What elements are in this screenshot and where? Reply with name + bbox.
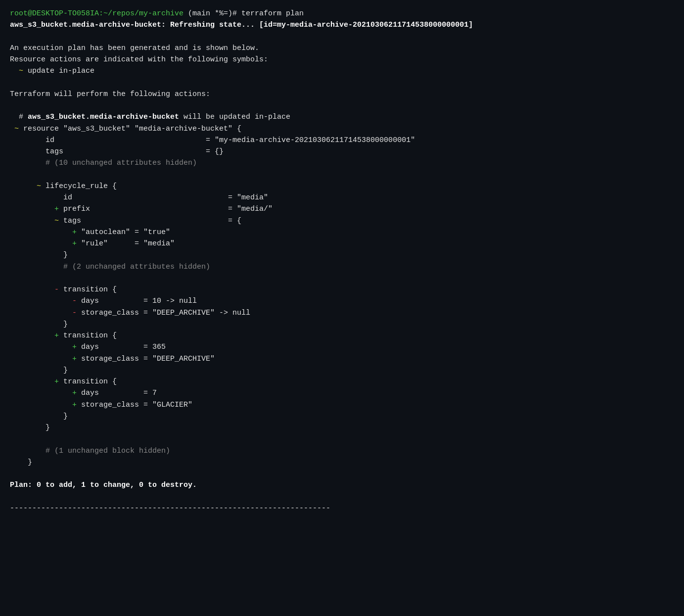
- prompt-user: root@DESKTOP-TO058IA:~/repos/my-archive: [10, 9, 183, 18]
- plus-rule: +: [10, 239, 81, 248]
- rule-line: + "rule" = "media": [10, 238, 674, 249]
- storage-plus-line-2: + storage_class = "GLACIER": [10, 399, 674, 411]
- plus-storage-2: +: [10, 355, 81, 363]
- unchanged-attrs-line: # (10 unchanged attributes hidden): [10, 157, 674, 169]
- plus-days-3: +: [10, 389, 81, 397]
- will-be-updated: will be updated in-place: [179, 113, 290, 121]
- refresh-text: aws_s3_bucket.media-archive-bucket: Refr…: [10, 21, 473, 29]
- resource-open-line: ~ resource "aws_s3_bucket" "media-archiv…: [10, 123, 674, 135]
- id-field: id = "my-media-archive-20210306211714538…: [10, 136, 415, 144]
- plus-days-2: +: [10, 343, 81, 351]
- blank-8: [10, 491, 674, 503]
- resource-close-bracket: }: [10, 458, 32, 467]
- storage-minus-line: - storage_class = "DEEP_ARCHIVE" -> null: [10, 307, 674, 319]
- plus-storage-3: +: [10, 401, 81, 409]
- tilde-tags: ~: [10, 217, 63, 225]
- transition-1-open: transition {: [63, 285, 117, 294]
- unchanged-block-line: # (1 unchanged block hidden): [10, 445, 674, 457]
- transition-2-open: transition {: [63, 332, 117, 340]
- days-plus-line-1: + days = 365: [10, 341, 674, 353]
- resource-declaration: resource "aws_s3_bucket" "media-archive-…: [23, 125, 241, 133]
- storage-3-text: storage_class = "GLACIER": [81, 401, 192, 409]
- tags-line: tags = {}: [10, 146, 674, 157]
- blank-1: [10, 31, 674, 43]
- autoclean-text: "autoclean" = "true": [81, 228, 170, 237]
- blank-3: [10, 100, 674, 111]
- blank-2: [10, 77, 674, 89]
- transition-plus-open-1: + transition {: [10, 330, 674, 341]
- plan-summary-line: Plan: 0 to add, 1 to change, 0 to destro…: [10, 479, 674, 491]
- tags-open: tags = {: [63, 217, 241, 225]
- bucket-resource-name: aws_s3_bucket.media-archive-bucket: [28, 113, 179, 121]
- prefix-line: + prefix = "media/": [10, 203, 674, 215]
- tags-close-line: }: [10, 249, 674, 261]
- plus-transition-2: +: [10, 332, 63, 340]
- lifecycle-close-bracket: }: [10, 424, 50, 432]
- blank-4: [10, 169, 674, 181]
- resource-close: }: [10, 457, 674, 468]
- transition-2-close: }: [10, 365, 674, 376]
- blank-6: [10, 433, 674, 445]
- unchanged-attrs-2-comment: # (2 unchanged attributes hidden): [10, 263, 210, 271]
- transition-3-close: }: [10, 411, 674, 422]
- minus-days-1: -: [10, 297, 81, 305]
- plus-autoclean: +: [10, 228, 81, 237]
- plan-summary-text: Plan: 0 to add, 1 to change, 0 to destro…: [10, 481, 197, 489]
- tilde-resource: ~: [10, 125, 23, 133]
- prompt-line: root@DESKTOP-TO058IA:~/repos/my-archive …: [10, 8, 674, 19]
- blank-5: [10, 273, 674, 284]
- refresh-line: aws_s3_bucket.media-archive-bucket: Refr…: [10, 19, 674, 31]
- plus-transition-3: +: [10, 378, 63, 386]
- rule-text: "rule" = "media": [81, 239, 175, 248]
- storage-1-text: storage_class = "DEEP_ARCHIVE" -> null: [81, 309, 250, 317]
- perform-text: Terraform will perform the following act…: [10, 90, 210, 98]
- transition-1-close: }: [10, 319, 674, 330]
- tags-tilde-line: ~ tags = {: [10, 215, 674, 227]
- transition-3-close-bracket: }: [10, 412, 68, 421]
- tags-close: }: [10, 251, 68, 259]
- unchanged-attrs-2-line: # (2 unchanged attributes hidden): [10, 261, 674, 273]
- transition-plus-open-2: + transition {: [10, 376, 674, 387]
- lifecycle-close: }: [10, 422, 674, 433]
- terminal-window: root@DESKTOP-TO058IA:~/repos/my-archive …: [10, 8, 674, 514]
- plus-prefix: +: [10, 205, 63, 213]
- transition-2-close-bracket: }: [10, 366, 68, 375]
- lifecycle-id-line: id = "media": [10, 192, 674, 203]
- autoclean-line: + "autoclean" = "true": [10, 227, 674, 238]
- transition-1-close-bracket: }: [10, 320, 68, 329]
- separator-text: ----------------------------------------…: [10, 504, 330, 513]
- prompt-suffix: (main *%=)# terraform plan: [183, 9, 304, 18]
- minus-transition-1: -: [10, 285, 63, 294]
- separator-line: ----------------------------------------…: [10, 503, 674, 514]
- transition-minus-open: - transition {: [10, 284, 674, 295]
- days-3-text: days = 7: [81, 389, 157, 397]
- prefix-field: prefix = "media/": [63, 205, 273, 213]
- hash-comment-line: # aws_s3_bucket.media-archive-bucket wil…: [10, 111, 674, 123]
- update-symbol-line: ~ update in-place: [10, 65, 674, 77]
- minus-storage-1: -: [10, 309, 81, 317]
- lifecycle-rule-text: lifecycle_rule {: [46, 182, 117, 190]
- days-1-text: days = 10 -> null: [81, 297, 197, 305]
- blank-7: [10, 468, 674, 479]
- tags-field: tags = {}: [10, 147, 224, 156]
- exec-plan-line: An execution plan has been generated and…: [10, 43, 674, 54]
- lifecycle-rule-open: ~ lifecycle_rule {: [10, 181, 674, 192]
- tilde-lifecycle: ~: [10, 182, 46, 190]
- tilde-symbol: ~: [10, 67, 28, 75]
- update-text: update in-place: [28, 67, 94, 75]
- hash-symbol: #: [10, 113, 28, 121]
- days-minus-line: - days = 10 -> null: [10, 295, 674, 307]
- storage-2-text: storage_class = "DEEP_ARCHIVE": [81, 355, 215, 363]
- days-2-text: days = 365: [81, 343, 166, 351]
- transition-3-open: transition {: [63, 378, 117, 386]
- resource-actions-line: Resource actions are indicated with the …: [10, 54, 674, 65]
- resource-actions-text: Resource actions are indicated with the …: [10, 55, 268, 64]
- unchanged-attrs-comment: # (10 unchanged attributes hidden): [10, 159, 197, 167]
- perform-actions-line: Terraform will perform the following act…: [10, 89, 674, 100]
- storage-plus-line-1: + storage_class = "DEEP_ARCHIVE": [10, 353, 674, 365]
- id-line: id = "my-media-archive-20210306211714538…: [10, 135, 674, 146]
- lifecycle-id: id = "media": [10, 193, 268, 202]
- exec-plan-text: An execution plan has been generated and…: [10, 44, 259, 52]
- unchanged-block-comment: # (1 unchanged block hidden): [10, 447, 170, 455]
- days-plus-line-2: + days = 7: [10, 387, 674, 399]
